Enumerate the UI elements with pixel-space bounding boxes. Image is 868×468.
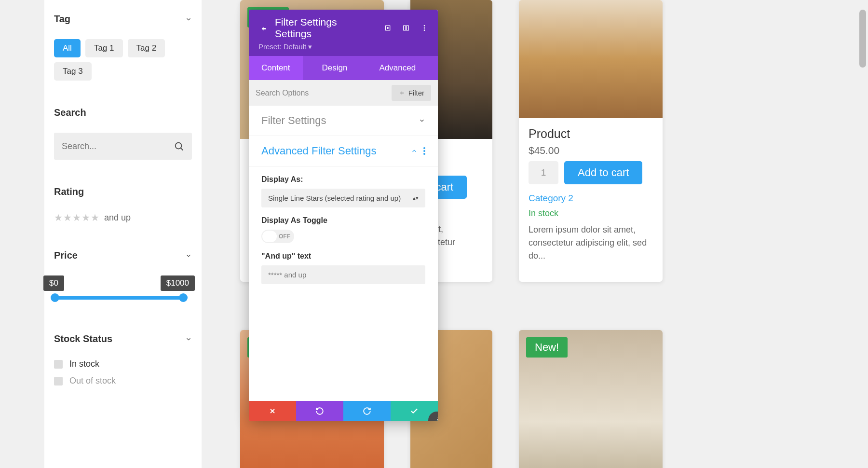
- new-badge: New!: [526, 337, 568, 358]
- more-icon[interactable]: [420, 24, 428, 32]
- tab-design[interactable]: Design: [310, 56, 360, 80]
- rating-section-title: Rating: [54, 186, 84, 197]
- svg-line-1: [181, 148, 183, 151]
- svg-point-8: [424, 29, 425, 31]
- redo-button[interactable]: [343, 401, 391, 421]
- advanced-filter-settings-section[interactable]: Advanced Filter Settings: [249, 136, 438, 166]
- display-as-label: Display As:: [261, 175, 425, 184]
- display-as-toggle[interactable]: OFF: [261, 230, 294, 243]
- display-as-toggle-label: Display As Toggle: [261, 216, 425, 225]
- rating-stars[interactable]: ★★★★★: [54, 212, 99, 223]
- svg-point-6: [424, 25, 425, 27]
- svg-rect-5: [407, 26, 409, 30]
- svg-line-14: [437, 418, 438, 420]
- filter-sidebar: Tag All Tag 1 Tag 2 Tag 3 Search Rating: [44, 0, 202, 468]
- stock-out-stock-label: Out of stock: [69, 376, 116, 386]
- columns-icon[interactable]: [402, 24, 410, 32]
- svg-rect-4: [404, 26, 406, 30]
- section-title: Advanced Filter Settings: [261, 145, 376, 157]
- plus-icon: ＋: [398, 88, 406, 97]
- search-section-title: Search: [54, 107, 86, 118]
- price-slider-handle-max[interactable]: [179, 293, 188, 302]
- and-up-text-label: "And up" text: [261, 252, 425, 261]
- undo-button[interactable]: [296, 401, 343, 421]
- redo-icon: [363, 407, 371, 415]
- chevron-up-icon: [411, 148, 418, 154]
- section-title: Filter Settings: [261, 114, 326, 127]
- stock-out-stock-row[interactable]: Out of stock: [54, 376, 192, 386]
- tag-section-title: Tag: [54, 14, 70, 25]
- product-card: New!: [519, 330, 663, 468]
- filter-settings-panel: Filter Settings Settings Preset: Default…: [249, 10, 438, 421]
- tag-1[interactable]: Tag 1: [85, 39, 123, 57]
- filter-settings-section[interactable]: Filter Settings: [249, 106, 438, 136]
- checkbox-icon[interactable]: [54, 377, 63, 385]
- chevron-down-icon[interactable]: [185, 252, 192, 259]
- expand-icon[interactable]: [384, 24, 392, 32]
- stock-in-stock-label: In stock: [69, 359, 99, 369]
- product-name: Product: [529, 127, 653, 141]
- check-icon: [410, 407, 419, 415]
- preset-selector[interactable]: Preset: Default ▾: [258, 42, 428, 51]
- more-icon[interactable]: [423, 147, 425, 155]
- rating-and-up-label: and up: [104, 213, 131, 223]
- search-icon[interactable]: [174, 141, 184, 151]
- resize-icon: [434, 417, 438, 421]
- tab-content[interactable]: Content: [249, 56, 303, 80]
- product-card: Product $45.00 Add to cart Category 2 In…: [519, 0, 663, 282]
- add-to-cart-button[interactable]: Add to cart: [564, 161, 642, 184]
- price-max-label: $1000: [161, 275, 195, 291]
- back-arrow-icon[interactable]: [258, 24, 267, 32]
- chevron-down-icon: [419, 117, 425, 124]
- price-section-title: Price: [54, 250, 78, 261]
- add-filter-button[interactable]: ＋Filter: [392, 85, 431, 101]
- product-stock-status: In stock: [529, 208, 653, 219]
- chevron-down-icon[interactable]: [185, 16, 192, 23]
- checkbox-icon[interactable]: [54, 360, 63, 369]
- svg-point-9: [423, 147, 425, 149]
- price-min-label: $0: [43, 275, 64, 291]
- select-arrows-icon: ▴▾: [413, 195, 419, 201]
- product-image: [519, 0, 663, 118]
- product-description: Lorem ipsum dolor sit amet, consectetur …: [529, 223, 653, 262]
- scrollbar[interactable]: [859, 10, 866, 68]
- product-price: $45.00: [529, 145, 653, 156]
- quantity-input[interactable]: [529, 161, 558, 184]
- svg-point-3: [387, 28, 389, 29]
- svg-line-15: [434, 421, 436, 421]
- close-icon: [269, 407, 276, 415]
- tag-3[interactable]: Tag 3: [54, 62, 92, 81]
- svg-point-11: [423, 153, 425, 155]
- search-input[interactable]: [62, 141, 174, 151]
- svg-point-10: [423, 150, 425, 152]
- product-category[interactable]: Category 2: [529, 193, 653, 204]
- chevron-down-icon[interactable]: [185, 336, 192, 343]
- stock-section-title: Stock Status: [54, 333, 112, 344]
- tag-all[interactable]: All: [54, 39, 81, 57]
- stock-in-stock-row[interactable]: In stock: [54, 359, 192, 369]
- price-slider-track[interactable]: [53, 296, 185, 300]
- display-as-select[interactable]: Single Line Stars (selected rating and u…: [261, 189, 425, 207]
- tag-2[interactable]: Tag 2: [128, 39, 165, 57]
- and-up-text-input[interactable]: [261, 265, 425, 284]
- svg-point-7: [424, 28, 425, 29]
- price-slider-handle-min[interactable]: [51, 293, 59, 302]
- cancel-button[interactable]: [249, 401, 296, 421]
- svg-point-0: [176, 143, 182, 149]
- panel-title: Filter Settings Settings: [275, 16, 376, 40]
- tab-advanced[interactable]: Advanced: [366, 56, 428, 80]
- undo-icon: [315, 407, 324, 415]
- search-options-input[interactable]: Search Options: [256, 89, 309, 97]
